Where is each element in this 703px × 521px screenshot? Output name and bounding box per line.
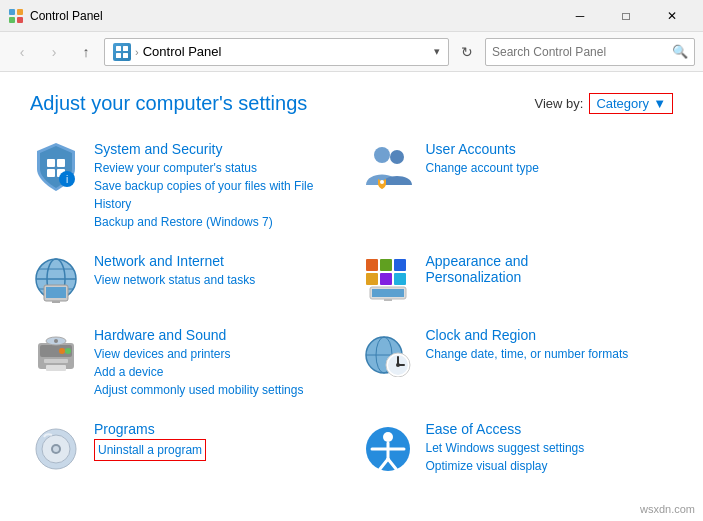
svg-point-57 — [383, 432, 393, 442]
category-network-internet: Network and Internet View network status… — [30, 247, 342, 311]
title-bar-controls: ─ □ ✕ — [557, 0, 695, 32]
view-by-value: Category — [596, 96, 649, 111]
svg-rect-3 — [17, 17, 23, 23]
category-hardware-sound: Hardware and Sound View devices and prin… — [30, 321, 342, 405]
ease-of-access-icon — [362, 421, 414, 473]
search-box[interactable]: 🔍 — [485, 38, 695, 66]
forward-button[interactable]: › — [40, 38, 68, 66]
system-security-sub2[interactable]: Save backup copies of your files with Fi… — [94, 177, 342, 213]
svg-rect-1 — [17, 9, 23, 15]
programs-sub1[interactable]: Uninstall a program — [94, 439, 206, 461]
svg-point-16 — [380, 180, 384, 184]
svg-rect-7 — [123, 53, 128, 58]
up-button[interactable]: ↑ — [72, 38, 100, 66]
user-accounts-sub1[interactable]: Change account type — [426, 159, 674, 177]
hardware-sound-sub3[interactable]: Adjust commonly used mobility settings — [94, 381, 342, 399]
maximize-button[interactable]: □ — [603, 0, 649, 32]
settings-grid: i System and Security Review your comput… — [30, 135, 673, 481]
category-clock-region: Clock and Region Change date, time, or n… — [362, 321, 674, 405]
path-text: Control Panel — [143, 44, 222, 59]
title-bar: Control Panel ─ □ ✕ — [0, 0, 703, 32]
svg-rect-9 — [57, 159, 65, 167]
programs-title[interactable]: Programs — [94, 421, 342, 437]
ease-of-access-sub1[interactable]: Let Windows suggest settings — [426, 439, 674, 457]
hardware-sound-sub1[interactable]: View devices and printers — [94, 345, 342, 363]
network-internet-sub1[interactable]: View network status and tasks — [94, 271, 342, 289]
svg-rect-38 — [46, 365, 66, 371]
svg-rect-24 — [46, 287, 66, 298]
main-content: Adjust your computer's settings View by:… — [0, 72, 703, 501]
close-button[interactable]: ✕ — [649, 0, 695, 32]
title-bar-left: Control Panel — [8, 8, 103, 24]
svg-point-42 — [54, 339, 58, 343]
path-dropdown-button[interactable]: ▾ — [434, 45, 440, 58]
hardware-sound-sub2[interactable]: Add a device — [94, 363, 342, 381]
appearance-title[interactable]: Appearance andPersonalization — [426, 253, 674, 285]
svg-rect-37 — [44, 359, 68, 363]
clock-region-sub1[interactable]: Change date, time, or number formats — [426, 345, 674, 363]
svg-rect-27 — [380, 259, 392, 271]
system-security-title[interactable]: System and Security — [94, 141, 342, 157]
watermark: wsxdn.com — [640, 503, 695, 515]
clock-region-title[interactable]: Clock and Region — [426, 327, 674, 343]
svg-rect-8 — [47, 159, 55, 167]
path-icon — [113, 43, 131, 61]
system-security-icon: i — [30, 141, 82, 193]
svg-rect-28 — [394, 259, 406, 271]
svg-rect-31 — [394, 273, 406, 285]
network-internet-text: Network and Internet View network status… — [94, 253, 342, 289]
svg-rect-25 — [52, 301, 60, 303]
title-bar-title: Control Panel — [30, 9, 103, 23]
header-row: Adjust your computer's settings View by:… — [30, 92, 673, 115]
appearance-icon — [362, 253, 414, 305]
svg-rect-30 — [380, 273, 392, 285]
category-system-security: i System and Security Review your comput… — [30, 135, 342, 237]
svg-point-51 — [396, 363, 400, 367]
view-by-control: View by: Category ▼ — [534, 93, 673, 114]
search-input[interactable] — [492, 45, 668, 59]
appearance-text: Appearance andPersonalization — [426, 253, 674, 287]
address-bar: ‹ › ↑ › Control Panel ▾ ↻ 🔍 — [0, 32, 703, 72]
hardware-sound-icon — [30, 327, 82, 379]
view-by-arrow: ▼ — [653, 96, 666, 111]
svg-rect-33 — [372, 289, 404, 297]
address-path[interactable]: › Control Panel ▾ — [104, 38, 449, 66]
page-heading: Adjust your computer's settings — [30, 92, 307, 115]
svg-rect-0 — [9, 9, 15, 15]
user-accounts-text: User Accounts Change account type — [426, 141, 674, 177]
svg-rect-29 — [366, 273, 378, 285]
programs-icon — [30, 421, 82, 473]
clock-region-icon — [362, 327, 414, 379]
svg-point-39 — [65, 348, 71, 354]
svg-point-15 — [390, 150, 404, 164]
hardware-sound-title[interactable]: Hardware and Sound — [94, 327, 342, 343]
svg-rect-34 — [384, 299, 392, 301]
ease-of-access-title[interactable]: Ease of Access — [426, 421, 674, 437]
user-accounts-icon — [362, 141, 414, 193]
minimize-button[interactable]: ─ — [557, 0, 603, 32]
system-security-sub1[interactable]: Review your computer's status — [94, 159, 342, 177]
view-by-label: View by: — [534, 96, 583, 111]
network-internet-title[interactable]: Network and Internet — [94, 253, 342, 269]
category-ease-of-access: Ease of Access Let Windows suggest setti… — [362, 415, 674, 481]
ease-of-access-sub2[interactable]: Optimize visual display — [426, 457, 674, 475]
svg-rect-6 — [116, 53, 121, 58]
category-user-accounts: User Accounts Change account type — [362, 135, 674, 237]
refresh-button[interactable]: ↻ — [453, 38, 481, 66]
path-chevron: › — [135, 46, 139, 58]
ease-of-access-text: Ease of Access Let Windows suggest setti… — [426, 421, 674, 475]
view-by-dropdown[interactable]: Category ▼ — [589, 93, 673, 114]
svg-point-55 — [53, 446, 59, 452]
user-accounts-title[interactable]: User Accounts — [426, 141, 674, 157]
svg-point-40 — [59, 348, 65, 354]
category-appearance: Appearance andPersonalization — [362, 247, 674, 311]
search-icon: 🔍 — [672, 44, 688, 59]
system-security-sub3[interactable]: Backup and Restore (Windows 7) — [94, 213, 342, 231]
svg-rect-26 — [366, 259, 378, 271]
svg-rect-4 — [116, 46, 121, 51]
svg-rect-10 — [47, 169, 55, 177]
svg-text:i: i — [66, 174, 68, 185]
svg-rect-5 — [123, 46, 128, 51]
back-button[interactable]: ‹ — [8, 38, 36, 66]
control-panel-icon — [8, 8, 24, 24]
